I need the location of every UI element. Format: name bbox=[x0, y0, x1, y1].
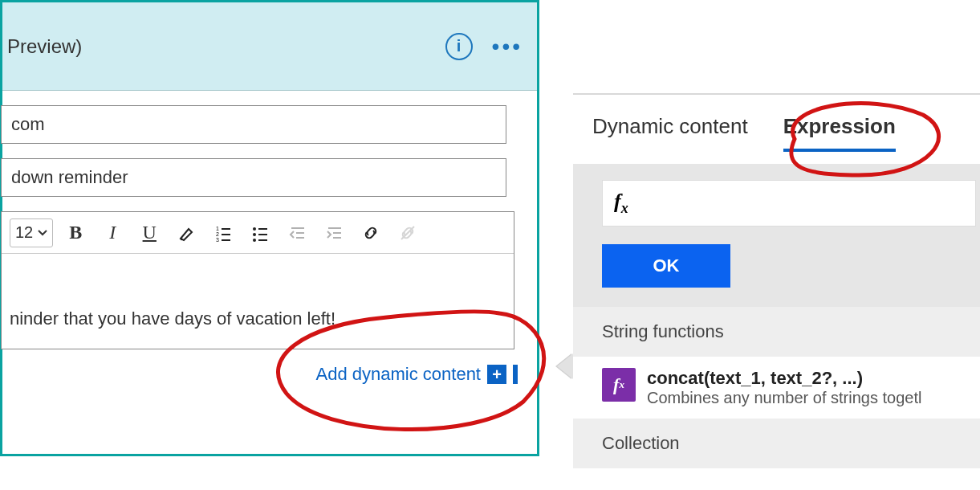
add-dynamic-content-link[interactable]: Add dynamic content bbox=[316, 364, 481, 385]
function-desc: Combines any number of strings togetl bbox=[647, 389, 921, 407]
chevron-down-icon bbox=[38, 230, 47, 236]
ok-button[interactable]: OK bbox=[602, 244, 730, 288]
fx-icon: fx bbox=[614, 190, 628, 217]
section-collection[interactable]: Collection bbox=[573, 419, 980, 468]
bold-button[interactable]: B bbox=[61, 218, 90, 247]
link-icon[interactable] bbox=[356, 218, 385, 247]
svg-point-8 bbox=[253, 233, 256, 236]
svg-text:2: 2 bbox=[216, 231, 219, 237]
function-concat[interactable]: fx concat(text_1, text_2?, ...) Combines… bbox=[573, 357, 980, 419]
body-textarea[interactable]: ninder that you have days of vacation le… bbox=[2, 254, 514, 349]
svg-text:1: 1 bbox=[216, 226, 219, 231]
add-dynamic-content-bar: Add dynamic content + bbox=[2, 349, 537, 385]
subject-field bbox=[12, 158, 527, 197]
card-header: Preview) i ••• bbox=[2, 2, 537, 91]
body-field: 12 B I U 123 bbox=[1, 211, 514, 349]
font-size-select[interactable]: 12 bbox=[10, 218, 53, 247]
expression-panel: Dynamic content Expression fx OK String … bbox=[573, 93, 980, 468]
svg-point-0 bbox=[181, 238, 182, 239]
info-icon[interactable]: i bbox=[445, 33, 473, 60]
to-input[interactable] bbox=[1, 105, 506, 144]
to-field bbox=[12, 105, 527, 144]
svg-point-9 bbox=[253, 239, 256, 242]
italic-button[interactable]: I bbox=[98, 218, 127, 247]
indent-icon bbox=[319, 218, 348, 247]
panel-pointer-icon bbox=[557, 353, 573, 379]
bullet-list-icon[interactable] bbox=[246, 218, 274, 247]
fx-chip-icon: fx bbox=[602, 368, 636, 402]
outdent-icon bbox=[283, 218, 311, 247]
highlighter-icon[interactable] bbox=[172, 218, 201, 247]
expression-area: fx OK bbox=[573, 164, 980, 307]
section-string-functions[interactable]: String functions bbox=[573, 307, 980, 357]
subject-input[interactable] bbox=[1, 158, 506, 197]
rte-toolbar: 12 B I U 123 bbox=[2, 212, 514, 254]
expression-input[interactable]: fx bbox=[602, 180, 976, 227]
function-title: concat(text_1, text_2?, ...) bbox=[647, 368, 921, 389]
card-title: Preview) bbox=[7, 35, 445, 58]
add-dynamic-content-handle bbox=[513, 365, 518, 384]
svg-point-7 bbox=[253, 227, 256, 231]
underline-button[interactable]: U bbox=[135, 218, 164, 247]
ordered-list-icon[interactable]: 123 bbox=[209, 218, 238, 247]
add-dynamic-content-plus-icon[interactable]: + bbox=[487, 365, 506, 384]
unlink-icon bbox=[393, 218, 422, 247]
panel-tabs: Dynamic content Expression bbox=[573, 95, 980, 164]
function-text: concat(text_1, text_2?, ...) Combines an… bbox=[647, 368, 921, 407]
tab-dynamic-content[interactable]: Dynamic content bbox=[592, 114, 748, 145]
svg-text:3: 3 bbox=[216, 237, 219, 242]
tab-expression[interactable]: Expression bbox=[783, 114, 896, 145]
action-card: Preview) i ••• 12 B I U 123 bbox=[0, 0, 539, 456]
font-size-value: 12 bbox=[15, 223, 33, 242]
more-menu-icon[interactable]: ••• bbox=[492, 35, 523, 58]
